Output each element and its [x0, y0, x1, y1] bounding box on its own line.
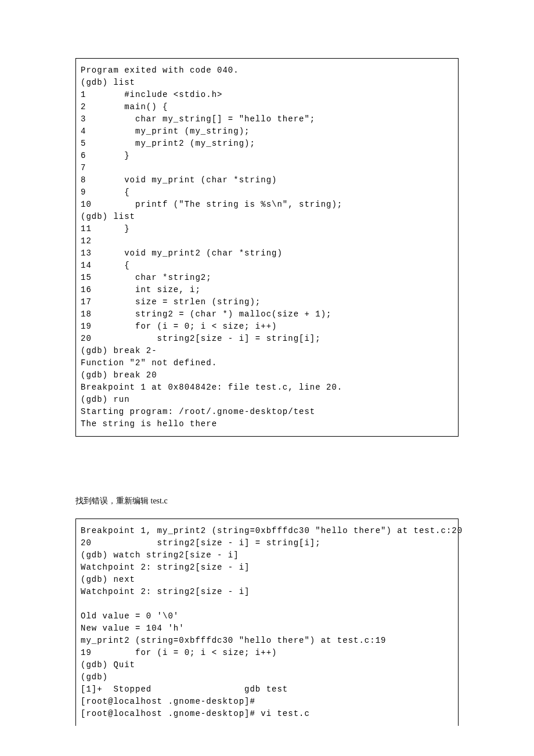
code-line: 19 for (i = 0; i < size; i++)	[81, 648, 277, 657]
code-line: Starting program: /root/.gnome-desktop/t…	[81, 407, 315, 416]
code-line: 2 main() {	[81, 102, 168, 111]
code-line: 4 my_print (my_string);	[81, 127, 250, 136]
code-line: (gdb) list	[81, 212, 135, 221]
code-line: 8 void my_print (char *string)	[81, 175, 277, 185]
code-line: 13 void my_print2 (char *string)	[81, 249, 283, 258]
code-line: (gdb) watch string2[size - i]	[81, 550, 239, 560]
code-line: (gdb) next	[81, 575, 135, 584]
code-block-1: Program exited with code 040. (gdb) list…	[75, 58, 459, 437]
code-line: [1]+ Stopped gdb test	[81, 685, 288, 694]
code-line: 6 }	[81, 151, 130, 160]
code-line: 17 size = strlen (string);	[81, 297, 261, 307]
code-block-2: Breakpoint 1, my_print2 (string=0xbfffdc…	[75, 519, 459, 726]
code-line: 20 string2[size - i] = string[i];	[81, 334, 321, 343]
code-line: The string is hello there	[81, 419, 217, 429]
code-line: 12	[81, 236, 92, 246]
code-line: 20 string2[size - i] = string[i];	[81, 538, 321, 548]
code-line: Breakpoint 1, my_print2 (string=0xbfffdc…	[81, 526, 463, 535]
code-line: Watchpoint 2: string2[size - i]	[81, 587, 250, 596]
document-page: Program exited with code 040. (gdb) list…	[0, 0, 534, 756]
code-line: 18 string2 = (char *) malloc(size + 1);	[81, 309, 331, 319]
code-line: (gdb) break 20	[81, 370, 157, 380]
code-line: (gdb) Quit	[81, 660, 135, 669]
code-line: [root@localhost .gnome-desktop]#	[81, 697, 255, 706]
code-line: 10 printf ("The string is %s\n", string)…	[81, 200, 342, 209]
code-line: 14 {	[81, 261, 130, 270]
code-line: 1 #include <stdio.h>	[81, 90, 222, 99]
code-line: 9 {	[81, 188, 130, 197]
code-line: Old value = 0 '\0'	[81, 611, 179, 621]
code-line: 15 char *string2;	[81, 273, 212, 282]
code-line: 3 char my_string[] = "hello there";	[81, 114, 315, 124]
code-line: my_print2 (string=0xbfffdc30 "hello ther…	[81, 636, 386, 645]
code-line: [root@localhost .gnome-desktop]# vi test…	[81, 709, 310, 718]
code-line: (gdb) list	[81, 78, 135, 87]
code-line: (gdb)	[81, 672, 108, 682]
code-line: 11 }	[81, 224, 130, 233]
description-text: 找到错误，重新编辑 test.c	[75, 495, 459, 507]
code-line: 5 my_print2 (my_string);	[81, 139, 255, 148]
code-line: New value = 104 'h'	[81, 624, 185, 633]
code-line: 16 int size, i;	[81, 285, 201, 294]
code-line: Program exited with code 040.	[81, 66, 239, 75]
code-line: Breakpoint 1 at 0x804842e: file test.c, …	[81, 383, 342, 392]
code-line: Function "2" not defined.	[81, 358, 217, 368]
code-line: 7	[81, 163, 86, 172]
code-line: (gdb) run	[81, 395, 130, 404]
code-line: Watchpoint 2: string2[size - i]	[81, 563, 250, 572]
code-line: (gdb) break 2-	[81, 346, 157, 355]
code-line: 19 for (i = 0; i < size; i++)	[81, 322, 277, 331]
